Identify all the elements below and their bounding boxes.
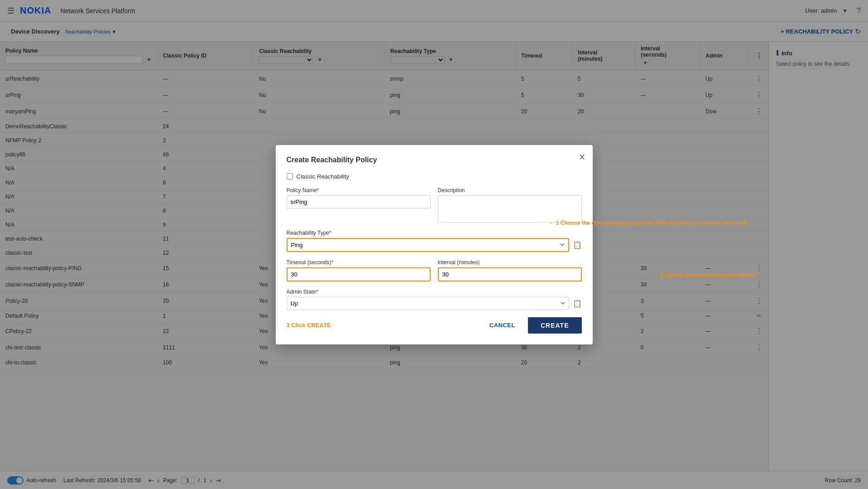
callout-3-text: 3 Click CREATE xyxy=(287,322,331,329)
admin-state-label: Admin State* xyxy=(287,289,582,295)
timeout-group: Timeout (seconds)* xyxy=(287,259,431,281)
admin-state-select[interactable]: Up Down xyxy=(287,297,569,310)
classic-reachability-row: Classic Reachability xyxy=(287,173,582,180)
timeout-input[interactable] xyxy=(287,267,431,281)
modal-title: Create Reachability Policy xyxy=(287,156,582,164)
timeout-label: Timeout (seconds)* xyxy=(287,259,431,266)
description-label: Description xyxy=(438,187,582,194)
callout-1-text: ← 1 Choose the communication type the NS… xyxy=(549,220,748,226)
modal-close-button[interactable]: ✕ xyxy=(579,152,585,162)
reachability-type-select-wrapper: Ping SNMP HTTP 📋 xyxy=(287,238,582,252)
reachability-type-info-icon[interactable]: 📋 xyxy=(573,241,582,249)
classic-reachability-checkbox[interactable] xyxy=(287,173,293,179)
cancel-button[interactable]: CANCEL xyxy=(482,318,523,332)
description-group: Description xyxy=(438,187,582,223)
create-policy-modal: Create Reachability Policy ✕ Classic Rea… xyxy=(276,145,593,344)
modal-footer: 3 Click CREATE CANCEL CREATE xyxy=(287,317,582,334)
timeout-interval-row: Timeout (seconds)* Interval (minutes) ← … xyxy=(287,259,582,281)
callout-2-text: ← 2 Specify interval and timeout details xyxy=(653,272,756,278)
policy-name-group: Policy Name* xyxy=(287,187,431,223)
policy-name-input[interactable] xyxy=(287,195,431,208)
admin-state-select-wrapper: Up Down 📋 xyxy=(287,297,582,310)
policy-name-label: Policy Name* xyxy=(287,187,431,194)
reachability-type-label: Reachability Type* xyxy=(287,230,582,236)
create-button[interactable]: CREATE xyxy=(528,317,582,334)
reachability-type-group: Reachability Type* ← 1 Choose the commun… xyxy=(287,230,582,252)
interval-group: Interval (minutes) xyxy=(438,259,582,281)
admin-state-group: Admin State* Up Down 📋 xyxy=(287,289,582,310)
description-input[interactable] xyxy=(438,195,582,223)
reachability-type-select[interactable]: Ping SNMP HTTP xyxy=(287,238,569,252)
admin-state-info-icon[interactable]: 📋 xyxy=(573,299,582,308)
interval-label: Interval (minutes) xyxy=(438,259,582,266)
interval-input[interactable] xyxy=(438,267,582,281)
modal-overlay: Create Reachability Policy ✕ Classic Rea… xyxy=(0,0,868,489)
policy-name-description-row: Policy Name* Description xyxy=(287,187,582,223)
classic-reachability-checkbox-label: Classic Reachability xyxy=(297,173,349,180)
